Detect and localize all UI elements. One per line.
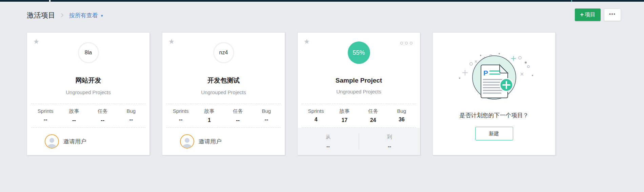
- new-project-illustration: P: [443, 44, 545, 102]
- breadcrumb-chevron-icon: ›: [61, 10, 64, 20]
- stat-bug: Bug --: [117, 104, 145, 127]
- kebab-menu-icon[interactable]: [400, 42, 412, 45]
- stat-task: 任务 24: [359, 104, 387, 127]
- project-stats: Sprints -- 故事 -- 任务 -- Bug --: [31, 104, 145, 128]
- project-title[interactable]: 网站开发: [27, 76, 149, 85]
- user-avatar-icon: [180, 134, 194, 149]
- project-title[interactable]: Sample Project: [298, 77, 420, 84]
- caret-down-icon: ▼: [100, 14, 104, 18]
- top-dark-bar: [0, 0, 644, 2]
- project-avatar: nz4: [213, 42, 234, 63]
- stat-sprints: Sprints --: [166, 104, 195, 127]
- project-group: Ungrouped Projects: [298, 89, 420, 94]
- project-group: Ungrouped Projects: [162, 89, 285, 95]
- stat-bug: Bug 36: [387, 104, 416, 127]
- stat-sprints: Sprints 4: [302, 104, 330, 127]
- stat-task: 任务 --: [224, 104, 252, 127]
- invite-user-button[interactable]: 邀请用户: [27, 128, 149, 155]
- page-header: 激活项目 › 按所有查看 ▼ + 项目 •••: [27, 8, 621, 22]
- invite-user-button[interactable]: 邀请用户: [162, 128, 285, 155]
- project-card[interactable]: ★ 55% Sample Project Ungrouped Projects …: [297, 32, 420, 155]
- topbar-divider-accent: [571, 0, 572, 2]
- stat-bug: Bug --: [252, 104, 281, 127]
- project-group: Ungrouped Projects: [27, 89, 149, 95]
- star-icon[interactable]: ★: [33, 37, 39, 46]
- page-title: 激活项目: [27, 11, 55, 20]
- stat-task: 任务 --: [88, 104, 117, 127]
- date-to: 到 --: [359, 134, 420, 149]
- stat-story: 故事 1: [195, 104, 223, 127]
- invite-label: 邀请用户: [63, 138, 86, 145]
- project-stats: Sprints -- 故事 1 任务 -- Bug --: [166, 104, 281, 128]
- invite-label: 邀请用户: [199, 138, 222, 145]
- project-card[interactable]: ★ nz4 开发包测试 Ungrouped Projects Sprints -…: [162, 32, 285, 155]
- user-avatar-icon: [45, 134, 59, 149]
- view-filter-link[interactable]: 按所有查看 ▼: [69, 12, 104, 19]
- project-progress-badge: 55%: [348, 41, 370, 64]
- svg-text:P: P: [483, 69, 488, 77]
- star-icon[interactable]: ★: [304, 37, 310, 46]
- stat-story: 故事 --: [60, 104, 88, 127]
- header-actions: + 项目 •••: [575, 8, 621, 21]
- project-title[interactable]: 开发包测试: [162, 76, 285, 85]
- star-icon[interactable]: ★: [168, 37, 175, 46]
- new-project-button[interactable]: 新建: [475, 127, 513, 140]
- date-from: 从 --: [298, 134, 359, 149]
- new-project-prompt: 是否计划您的下一个项目？: [433, 111, 555, 119]
- add-project-button[interactable]: + 项目: [575, 8, 601, 21]
- project-stats: Sprints 4 故事 17 任务 24 Bug 36: [302, 104, 416, 128]
- topbar-divider: [49, 0, 51, 2]
- project-dates: 从 -- 到 --: [298, 128, 420, 155]
- project-card[interactable]: ★ 8la 网站开发 Ungrouped Projects Sprints --…: [27, 32, 150, 155]
- project-avatar: 8la: [78, 42, 99, 63]
- stat-sprints: Sprints --: [31, 104, 60, 127]
- plus-icon: +: [580, 11, 584, 18]
- stat-story: 故事 17: [330, 104, 359, 127]
- project-card-list: ★ 8la 网站开发 Ungrouped Projects Sprints --…: [27, 32, 644, 155]
- add-project-label: 项目: [585, 11, 596, 18]
- new-project-card: P 是否计划您的下一个项目？ 新建: [432, 32, 556, 155]
- more-options-button[interactable]: •••: [604, 8, 621, 21]
- view-filter-label: 按所有查看: [69, 12, 98, 19]
